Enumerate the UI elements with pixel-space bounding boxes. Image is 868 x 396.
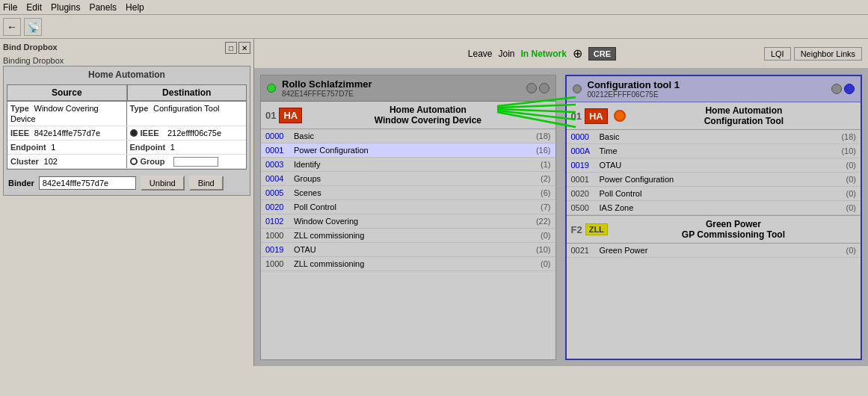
right-title-line1: Home Automation <box>632 105 856 116</box>
cluster-id[interactable]: 000A <box>571 146 600 155</box>
cluster-name: OTAU <box>294 245 529 254</box>
cluster-id[interactable]: 0000 <box>571 132 600 141</box>
src-endpoint-label: Endpoint <box>10 143 46 152</box>
form-title: Home Automation <box>7 69 247 80</box>
cluster-row[interactable]: 1000 ZLL commissioning (0) <box>261 229 555 243</box>
cluster-id[interactable]: 1000 <box>265 259 294 268</box>
dst-endpoint-label: Endpoint <box>130 143 166 152</box>
cluster-row[interactable]: 0500 IAS Zone (0) <box>567 201 861 215</box>
menu-plugins[interactable]: Plugins <box>51 2 80 13</box>
menu-file[interactable]: File <box>3 2 17 13</box>
cluster-name: ZLL commissioning <box>294 231 529 240</box>
left-device-card: Rollo Schlafzimmer 842E14FFFE757D7E 01 H… <box>260 75 556 360</box>
cluster-count: (7) <box>529 202 551 211</box>
left-led <box>267 84 276 93</box>
network-icon[interactable]: 📡 <box>24 18 42 36</box>
cluster-id[interactable]: 1000 <box>265 231 294 240</box>
lqi-button[interactable]: LQI <box>764 47 791 61</box>
left-device-header: Rollo Schlafzimmer 842E14FFFE757D7E <box>261 75 555 102</box>
cluster-row[interactable]: 0021 Green Power (0) <box>567 244 861 258</box>
header-right: LQI Neighbor Links <box>764 47 862 61</box>
neighbor-links-button[interactable]: Neighbor Links <box>794 47 862 61</box>
cluster-row[interactable]: 1000 ZLL commissioning (0) <box>261 257 555 271</box>
cluster-row[interactable]: 0003 Identify (1) <box>261 158 555 172</box>
menu-panels[interactable]: Panels <box>89 2 117 13</box>
left-ha-badge: HA <box>279 108 302 123</box>
right-device-buttons <box>831 84 855 94</box>
canvas-area: Leave Join In Network ⊕ CRE LQI Neighbor… <box>254 39 868 366</box>
cluster-count: (0) <box>834 175 856 184</box>
right-btn-1[interactable] <box>831 84 842 94</box>
dst-type-label: Type <box>130 104 149 113</box>
src-ieee-label: IEEE <box>10 129 29 137</box>
cluster-name: Scenes <box>294 188 529 197</box>
cluster-id[interactable]: 0004 <box>265 174 294 183</box>
group-input[interactable] <box>173 157 218 167</box>
cluster-row[interactable]: 0001 Power Configuration (16) <box>261 143 555 158</box>
cluster-name: Basic <box>600 132 834 141</box>
right-device-ieee: 00212EFFFF06C75E <box>588 90 680 99</box>
cluster-row[interactable]: 0020 Poll Control (7) <box>261 200 555 214</box>
cluster-id[interactable]: 0019 <box>265 245 294 254</box>
cluster-row[interactable]: 0019 OTAU (10) <box>261 243 555 257</box>
cluster-row[interactable]: 0019 OTAU (0) <box>567 158 861 173</box>
cluster-row[interactable]: 0000 Basic (18) <box>567 130 861 144</box>
src-cluster-value: 102 <box>44 157 58 166</box>
cluster-row[interactable]: 000A Time (10) <box>567 144 861 158</box>
minimize-btn[interactable]: □ <box>225 42 237 54</box>
cre-button[interactable]: CRE <box>588 47 616 61</box>
cluster-id[interactable]: 0019 <box>571 161 600 170</box>
bind-button[interactable]: Bind <box>189 176 224 191</box>
left-title-line2: Window Covering Device <box>305 115 550 126</box>
cluster-count: (1) <box>529 160 551 169</box>
binder-input[interactable] <box>39 176 136 190</box>
cluster-id[interactable]: 0003 <box>265 160 294 169</box>
ieee-radio[interactable] <box>130 129 138 137</box>
cluster-name: OTAU <box>600 161 834 170</box>
right-btn-2[interactable] <box>844 84 855 94</box>
dst-endpoint-value: 1 <box>170 143 175 152</box>
left-device-name: Rollo Schlafzimmer <box>282 78 372 90</box>
cluster-count: (22) <box>529 217 551 226</box>
zll-badge: ZLL <box>585 223 608 235</box>
bind-dropbox-title: Bind Dropbox <box>3 43 58 52</box>
source-header: Source <box>7 85 127 101</box>
cluster-id[interactable]: 0500 <box>571 203 600 212</box>
cluster-row[interactable]: 0020 Poll Control (0) <box>567 187 861 201</box>
group-radio[interactable] <box>130 158 138 165</box>
cluster-row[interactable]: 0000 Basic (18) <box>261 129 555 143</box>
left-panel: Bind Dropbox □ ✕ Binding Dropbox Home Au… <box>0 39 254 366</box>
right-title-line2: Configuration Tool <box>632 116 856 126</box>
menu-edit[interactable]: Edit <box>26 2 42 13</box>
dst-type-value: Configuration Tool <box>153 104 219 113</box>
back-icon[interactable]: ← <box>3 18 21 36</box>
cluster-count: (10) <box>834 146 856 155</box>
menu-help[interactable]: Help <box>126 2 144 13</box>
header-row: Leave Join In Network ⊕ CRE LQI Neighbor… <box>254 39 868 69</box>
cluster-count: (6) <box>529 188 551 197</box>
right-led <box>573 84 582 93</box>
left-btn-2[interactable] <box>539 83 550 93</box>
cluster-row[interactable]: 0102 Window Covering (22) <box>261 214 555 229</box>
dst-ieee-value: 212effff06c75e <box>167 129 221 137</box>
unbind-button[interactable]: Unbind <box>141 176 185 191</box>
cluster-id[interactable]: 0000 <box>265 132 294 140</box>
cluster-row[interactable]: 0001 Power Configuration (0) <box>567 173 861 187</box>
dst-ieee-label: IEEE <box>141 129 159 137</box>
toolbar: ← 📡 <box>0 15 868 39</box>
destination-header: Destination <box>127 85 247 101</box>
cluster-row[interactable]: 0005 Scenes (6) <box>261 186 555 200</box>
cluster-id[interactable]: 0020 <box>571 189 600 198</box>
cluster-name: Time <box>600 146 834 155</box>
close-btn[interactable]: ✕ <box>238 42 250 54</box>
cluster-id[interactable]: 0001 <box>571 175 600 184</box>
cluster-row[interactable]: 0004 Groups (2) <box>261 172 555 186</box>
cluster-id[interactable]: 0005 <box>265 188 294 197</box>
network-icon: ⊕ <box>573 46 582 61</box>
left-btn-1[interactable] <box>526 83 537 93</box>
cluster-id[interactable]: 0020 <box>265 202 294 211</box>
f2-title-line2: GP Commissioning Tool <box>611 229 856 240</box>
cluster-id[interactable]: 0021 <box>571 246 600 255</box>
cluster-id[interactable]: 0102 <box>265 217 294 226</box>
cluster-id[interactable]: 0001 <box>265 146 294 155</box>
